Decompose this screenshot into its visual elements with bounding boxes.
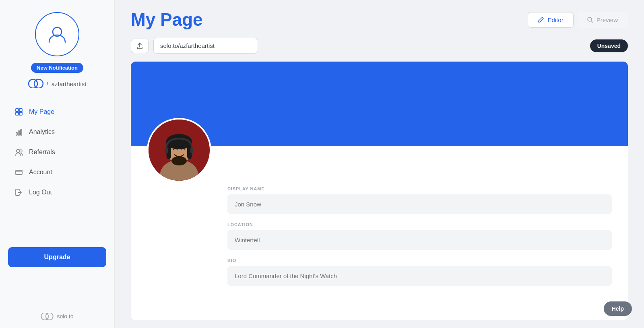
preview-area: DISPLAY NAME LOCATION BIO	[131, 62, 628, 320]
users-icon	[14, 148, 23, 157]
username-separator: /	[47, 80, 48, 87]
svg-line-17	[591, 21, 593, 23]
help-button[interactable]: Help	[604, 301, 632, 316]
location-label: LOCATION	[227, 222, 612, 227]
svg-rect-27	[190, 148, 194, 153]
sidebar-item-analytics[interactable]: Analytics	[8, 123, 106, 141]
location-field: LOCATION	[227, 222, 612, 250]
svg-rect-9	[21, 130, 22, 135]
main-content: My Page Editor Preview	[115, 0, 644, 328]
display-name-label: DISPLAY NAME	[227, 186, 612, 191]
sidebar-item-my-page[interactable]: My Page	[8, 103, 106, 121]
svg-point-10	[17, 149, 20, 153]
sidebar-footer: solo.to	[41, 313, 73, 320]
sidebar-item-log-out[interactable]: Log Out	[8, 183, 106, 202]
sidebar-item-label-analytics: Analytics	[29, 128, 55, 136]
bio-input[interactable]	[227, 266, 612, 286]
profile-photo	[149, 120, 210, 181]
url-input[interactable]	[153, 38, 258, 54]
sidebar-item-label-referrals: Referrals	[29, 149, 55, 156]
share-button[interactable]	[131, 39, 149, 53]
preview-button-label: Preview	[597, 17, 618, 23]
editor-button[interactable]: Editor	[528, 12, 573, 28]
search-preview-icon	[587, 17, 593, 23]
sidebar: New Notification / azfartheartist My Pag…	[0, 0, 115, 328]
svg-rect-6	[19, 112, 22, 115]
footer-logo-icon	[41, 313, 54, 320]
svg-rect-3	[16, 109, 19, 111]
profile-avatar	[147, 118, 211, 182]
svg-rect-26	[165, 148, 168, 153]
log-out-icon	[14, 188, 23, 197]
form-area: DISPLAY NAME LOCATION BIO	[131, 146, 628, 302]
sidebar-item-label-log-out: Log Out	[29, 189, 52, 196]
svg-point-25	[171, 156, 187, 165]
credit-card-icon	[14, 168, 23, 177]
sidebar-item-account[interactable]: Account	[8, 163, 106, 182]
username-row: / azfartheartist	[28, 79, 87, 88]
avatar	[35, 12, 79, 56]
svg-point-15	[46, 313, 53, 320]
sidebar-item-referrals[interactable]: Referrals	[8, 143, 106, 161]
bio-label: BIO	[227, 258, 612, 263]
svg-rect-4	[19, 109, 22, 111]
share-icon	[136, 42, 143, 50]
unsaved-badge: Unsaved	[590, 39, 628, 52]
username-text: azfartheartist	[52, 80, 87, 87]
preview-button[interactable]: Preview	[577, 12, 628, 28]
bio-field: BIO	[227, 258, 612, 286]
sidebar-item-label-my-page: My Page	[29, 108, 54, 116]
svg-rect-12	[16, 170, 22, 175]
display-name-field: DISPLAY NAME	[227, 186, 612, 214]
url-bar-row: Unsaved	[115, 38, 644, 62]
nav-list: My Page Analytics	[8, 103, 106, 202]
svg-rect-7	[16, 132, 17, 135]
solo-logo-icon	[28, 79, 43, 88]
url-bar-left	[131, 38, 258, 54]
header-buttons: Editor Preview	[528, 12, 628, 28]
svg-rect-5	[16, 112, 19, 115]
edit-icon	[538, 17, 544, 23]
notification-badge[interactable]: New Notification	[31, 63, 83, 73]
layout-icon	[14, 107, 23, 116]
main-header: My Page Editor Preview	[115, 0, 644, 38]
page-title: My Page	[131, 10, 203, 30]
editor-button-label: Editor	[547, 17, 563, 23]
bar-chart-icon	[14, 128, 23, 136]
svg-point-2	[34, 79, 43, 88]
svg-point-11	[20, 150, 22, 152]
upgrade-button[interactable]: Upgrade	[8, 247, 106, 267]
display-name-input[interactable]	[227, 194, 612, 214]
sidebar-item-label-account: Account	[29, 169, 52, 176]
svg-rect-8	[19, 131, 20, 135]
location-input[interactable]	[227, 230, 612, 250]
user-icon	[47, 24, 68, 45]
footer-brand-label: solo.to	[57, 313, 73, 320]
cover-banner	[131, 62, 628, 146]
